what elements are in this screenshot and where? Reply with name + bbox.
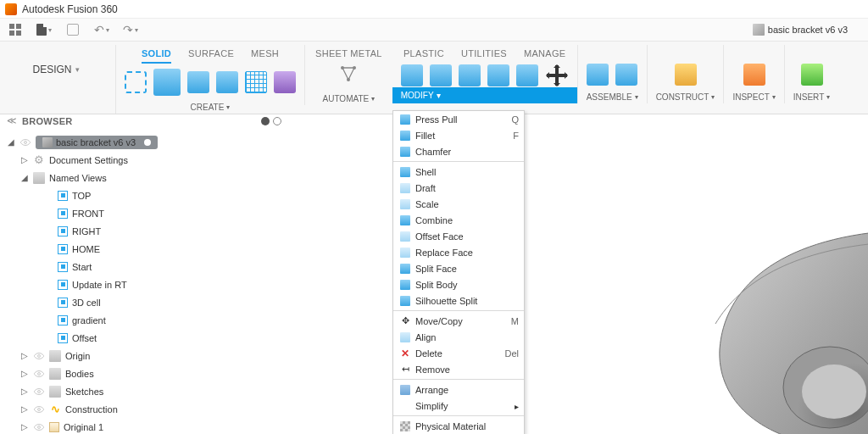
press-pull-icon[interactable]: [401, 64, 423, 86]
construct-plane-icon[interactable]: [675, 64, 697, 86]
menu-item[interactable]: Physical Material: [393, 418, 524, 434]
insert-decal-icon[interactable]: [801, 64, 823, 86]
tree-view-item[interactable]: RIGHT: [5, 222, 283, 240]
ribbon: DESIGN SOLID SURFACE MESH CREATE SHEET M…: [0, 41, 868, 114]
move-copy-icon[interactable]: [545, 64, 569, 87]
construct-panel-label[interactable]: CONSTRUCT: [656, 89, 715, 103]
menu-item[interactable]: Split Face: [393, 260, 524, 276]
new-component-icon[interactable]: [587, 64, 609, 86]
create-cylinder-icon[interactable]: [187, 71, 209, 93]
tab-solid[interactable]: SOLID: [142, 48, 171, 64]
tab-mesh[interactable]: MESH: [251, 48, 279, 64]
tree-folder-item[interactable]: ▷Origin: [5, 347, 283, 364]
workspace-switcher[interactable]: DESIGN: [5, 45, 107, 94]
viewport-model[interactable]: [597, 197, 868, 434]
tab-surface[interactable]: SURFACE: [188, 48, 234, 64]
undo-button[interactable]: ↶: [92, 21, 112, 38]
menu-item[interactable]: Offset Face: [393, 228, 524, 244]
automate-icon[interactable]: [337, 64, 360, 87]
document-title[interactable]: basic bracket v6 v3: [753, 24, 863, 36]
browser-title: BROWSER: [22, 116, 73, 126]
menu-item[interactable]: Silhouette Split: [393, 292, 524, 309]
shell-icon[interactable]: [459, 64, 481, 86]
tree-view-item[interactable]: FRONT: [5, 204, 283, 222]
group-assemble: . ASSEMBLE: [577, 45, 647, 103]
collapse-browser-icon[interactable]: ≪: [7, 115, 17, 126]
tree-folder-item[interactable]: ▷∿Construction: [5, 400, 283, 418]
tree-folder-item[interactable]: ▷Original 1: [5, 418, 283, 434]
file-menu-button[interactable]: [34, 21, 54, 38]
menu-item[interactable]: Scale: [393, 196, 524, 212]
tab-plastic[interactable]: PLASTIC: [403, 48, 444, 58]
menu-item[interactable]: Chamfer: [393, 143, 524, 159]
group-insert: . INSERT: [784, 45, 839, 103]
browser-option-dot-icon[interactable]: [261, 117, 270, 125]
svg-point-4: [38, 354, 41, 357]
browser-option-circle-icon[interactable]: [273, 117, 281, 125]
menu-item[interactable]: Split Body: [393, 276, 524, 292]
create-sphere-icon[interactable]: [216, 71, 238, 93]
app-title: Autodesk Fusion 360: [22, 3, 118, 15]
tree-view-item[interactable]: TOP: [5, 186, 283, 204]
tree-folder-item[interactable]: ▷Bodies: [5, 364, 283, 382]
combine-icon[interactable]: [487, 64, 509, 86]
menu-item[interactable]: Press PullQ: [393, 111, 524, 127]
menu-item[interactable]: Arrange: [393, 381, 524, 398]
menu-item[interactable]: FilletF: [393, 127, 524, 143]
new-sketch-icon[interactable]: [125, 71, 147, 93]
inspect-measure-icon[interactable]: [743, 64, 765, 86]
tab-utilities[interactable]: UTILITIES: [461, 48, 507, 58]
save-button[interactable]: [63, 21, 83, 38]
tree-root[interactable]: ◢ basic bracket v6 v3: [5, 133, 283, 151]
svg-point-7: [38, 408, 41, 410]
tab-manage[interactable]: MANAGE: [524, 48, 565, 58]
visibility-icon[interactable]: [19, 136, 31, 148]
create-box-icon[interactable]: [153, 69, 181, 96]
browser-tree: ◢ basic bracket v6 v3 ▷⚙Document Setting…: [5, 130, 283, 434]
tree-view-item[interactable]: Offset: [5, 329, 283, 347]
svg-point-6: [38, 390, 41, 392]
menu-item[interactable]: ✥Move/CopyM: [393, 313, 524, 329]
joint-icon[interactable]: [615, 64, 637, 86]
fillet-icon[interactable]: [430, 64, 452, 86]
svg-point-10: [802, 364, 866, 419]
group-modify: PLASTIC UTILITIES MANAGE MODIFY: [392, 45, 577, 103]
group-inspect: . INSPECT: [723, 45, 783, 103]
app-logo-icon: [5, 3, 17, 15]
create-derive-icon[interactable]: [274, 71, 296, 93]
menu-item[interactable]: ✕DeleteDel: [393, 345, 524, 361]
tree-named-views[interactable]: ◢Named Views: [5, 169, 283, 186]
menu-item[interactable]: Align: [393, 329, 524, 345]
tree-view-item[interactable]: gradient: [5, 311, 283, 329]
group-create: SOLID SURFACE MESH CREATE: [115, 45, 304, 114]
menu-item[interactable]: Shell: [393, 164, 524, 180]
create-form-icon[interactable]: [245, 71, 267, 93]
tree-document-settings[interactable]: ▷⚙Document Settings: [5, 151, 283, 169]
apps-grid-icon[interactable]: [5, 21, 25, 38]
tree-view-item[interactable]: HOME: [5, 240, 283, 258]
tree-view-item[interactable]: Update in RT: [5, 275, 283, 293]
modify-dropdown-menu: Press PullQFilletFChamferShellDraftScale…: [392, 110, 525, 434]
group-automate: SHEET METAL AUTOMATE: [304, 45, 392, 105]
tree-folder-item[interactable]: ▷Sketches: [5, 382, 283, 400]
tree-view-item[interactable]: 3D cell: [5, 293, 283, 311]
automate-panel-label[interactable]: AUTOMATE: [323, 91, 376, 105]
tab-sheet-metal[interactable]: SHEET METAL: [315, 48, 382, 58]
split-icon[interactable]: [516, 64, 538, 86]
menu-item[interactable]: Replace Face: [393, 244, 524, 260]
svg-point-8: [38, 426, 41, 428]
svg-point-5: [38, 372, 41, 375]
title-bar: Autodesk Fusion 360: [0, 0, 868, 19]
quick-access-toolbar: ↶ ↷ basic bracket v6 v3: [0, 19, 868, 41]
assemble-panel-label[interactable]: ASSEMBLE: [587, 89, 638, 103]
menu-item[interactable]: Simplify: [393, 398, 524, 414]
group-construct: . CONSTRUCT: [647, 45, 724, 103]
menu-item[interactable]: ↤Remove: [393, 361, 524, 377]
menu-item[interactable]: Draft: [393, 180, 524, 196]
redo-button[interactable]: ↷: [120, 21, 141, 38]
modify-panel-label[interactable]: MODIFY: [392, 87, 577, 103]
menu-item[interactable]: Combine: [393, 212, 524, 228]
inspect-panel-label[interactable]: INSPECT: [732, 89, 775, 103]
tree-view-item[interactable]: Start: [5, 258, 283, 275]
insert-panel-label[interactable]: INSERT: [793, 89, 831, 103]
